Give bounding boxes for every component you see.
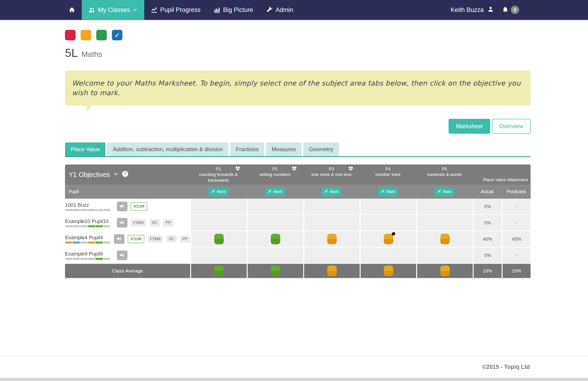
actual-value: 0% [484, 220, 491, 226]
objective-mark-cell-p2[interactable] [247, 231, 303, 247]
attainment-title: Place Value Attainment [473, 164, 531, 185]
actual-value-cell: 0% [473, 215, 502, 230]
mark-cell-p4: Mark [360, 187, 416, 196]
attainment-mark-orange[interactable] [384, 234, 393, 244]
heartbeat-icon [348, 165, 354, 173]
user-menu[interactable]: Keith Buzza [451, 6, 494, 14]
read-aloud-button[interactable] [117, 218, 127, 228]
objective-header-p3[interactable]: P3one more & one less [303, 164, 360, 185]
objective-mark-cell-p1[interactable] [190, 248, 247, 263]
nav-item-my-classes[interactable]: My Classes [82, 0, 144, 20]
mark-button[interactable]: Mark [265, 187, 285, 196]
class-average-cell-p3 [303, 264, 360, 278]
objective-name: one more & one less [312, 172, 351, 177]
tab-measures[interactable]: Measures [266, 142, 302, 156]
objective-mark-cell-p1[interactable] [190, 215, 247, 230]
nav-right: Keith Buzza 0 [451, 0, 588, 20]
tab-geometry[interactable]: Geometry [303, 142, 339, 156]
pupil-cell: 1001 BuzzKS1M [65, 199, 190, 214]
objective-header-p2[interactable]: P2writing numbers [247, 164, 303, 185]
speaker-icon [116, 236, 122, 243]
objective-mark-cell-p2[interactable] [247, 215, 303, 230]
objective-mark-cell-p4[interactable] [360, 248, 416, 263]
pencil-icon [268, 189, 272, 194]
speaker-icon [119, 252, 125, 259]
wrench-icon [266, 6, 273, 13]
tab-place-value[interactable]: Place Value [65, 142, 105, 156]
attainment-mark-green[interactable] [271, 234, 280, 244]
objective-mark-cell-p5[interactable] [416, 199, 473, 214]
pupil-name[interactable]: Example10 Pupil10 [65, 218, 114, 224]
mark-button[interactable]: Mark [208, 187, 229, 196]
objective-mark-cell-p3[interactable] [303, 248, 360, 263]
read-aloud-button[interactable] [117, 250, 127, 260]
objectives-header-row: Y1 Objectives ? P1counting forwards & ba… [65, 164, 531, 185]
objectives-selector[interactable]: Y1 Objectives ? [65, 164, 190, 185]
attainment-mark-green[interactable] [214, 234, 224, 244]
objective-mark-cell-p2[interactable] [247, 199, 303, 214]
class-average-cell-p4 [360, 264, 416, 278]
mark-button[interactable]: Mark [321, 187, 341, 196]
pupil-badge-sc: SC [166, 235, 177, 243]
person-icon [487, 6, 494, 14]
attainment-mark-orange[interactable] [440, 234, 450, 244]
pupil-name[interactable]: 1001 Buzz [65, 202, 114, 208]
attainment-mark-orange[interactable] [327, 234, 337, 244]
pupil-name[interactable]: Example9 Pupil9 [65, 251, 114, 257]
objective-mark-cell-p5[interactable] [416, 231, 473, 247]
actual-value-cell: 0% [473, 199, 502, 214]
objective-header-p5[interactable]: P5numerals & words [416, 164, 473, 185]
line-chart-icon [151, 6, 158, 13]
read-aloud-button[interactable] [114, 234, 125, 244]
objective-header-p4[interactable]: P4number lines [360, 164, 416, 185]
predicted-value-cell: - [502, 215, 531, 230]
mark-cell-p3: Mark [303, 187, 360, 196]
pupil-badge-ks1m: KS1M [128, 235, 144, 243]
actual-value: 0% [484, 204, 491, 209]
objective-mark-cell-p4[interactable] [360, 199, 416, 214]
pupil-badge-sc: SC [149, 219, 160, 226]
home-icon [68, 6, 75, 13]
objective-mark-cell-p1[interactable] [190, 199, 247, 214]
objective-mark-cell-p3[interactable] [303, 215, 360, 230]
objective-mark-cell-p3[interactable] [303, 231, 360, 247]
mark-button[interactable]: Mark [378, 187, 398, 196]
marksheet-button[interactable]: Marksheet [449, 119, 490, 134]
objective-mark-cell-p5[interactable] [416, 248, 473, 263]
nav-item-admin[interactable]: Admin [260, 0, 300, 20]
legend-square-2[interactable] [96, 30, 107, 40]
read-aloud-button[interactable] [117, 202, 127, 211]
objective-mark-cell-p4[interactable] [360, 215, 416, 230]
actual-value: 40% [483, 236, 492, 242]
help-icon[interactable]: ? [122, 171, 129, 179]
objective-mark-cell-p3[interactable] [303, 199, 360, 214]
legend-square-1[interactable] [81, 30, 91, 40]
legend-square-0[interactable] [65, 30, 76, 40]
nav-item-pupil-progress[interactable]: Pupil Progress [144, 0, 207, 20]
page-title: 5L Maths [65, 46, 531, 60]
attainment-mark-green [214, 266, 224, 276]
predicted-value-cell: - [502, 199, 531, 214]
predicted-value-cell: 40% [502, 231, 531, 247]
objective-mark-cell-p1[interactable] [190, 231, 247, 247]
tab-fractions[interactable]: Fractions [230, 142, 264, 156]
actual-value: 0% [484, 253, 491, 258]
objective-mark-cell-p2[interactable] [247, 248, 303, 263]
bottom-strip [0, 378, 588, 381]
legend-square-checked[interactable]: ✓ [112, 30, 123, 40]
notifications-button[interactable]: 0 [502, 6, 519, 14]
class-average-predicted-cell: 10% [502, 264, 531, 278]
pupil-name[interactable]: Example4 Pupil4 [65, 235, 111, 241]
nav-item-big-picture[interactable]: Big Picture [207, 0, 260, 20]
mark-button[interactable]: Mark [434, 187, 455, 196]
objective-header-p1[interactable]: P1counting forwards & backwards [190, 164, 247, 185]
objective-mark-cell-p5[interactable] [416, 215, 473, 230]
attainment-mark-orange [327, 266, 337, 276]
footer: ©2015 - Topiq Ltd [0, 356, 588, 378]
attainment-mark-orange [384, 266, 393, 276]
overview-button[interactable]: Overview [492, 119, 531, 134]
tab-addition-subtraction-multiplication-division[interactable]: Addition, subtraction, multiplication & … [107, 142, 229, 156]
nav-item-home[interactable] [62, 0, 82, 20]
objective-mark-cell-p4[interactable] [360, 231, 416, 247]
nav-menu: My ClassesPupil ProgressBig PictureAdmin [0, 0, 299, 20]
